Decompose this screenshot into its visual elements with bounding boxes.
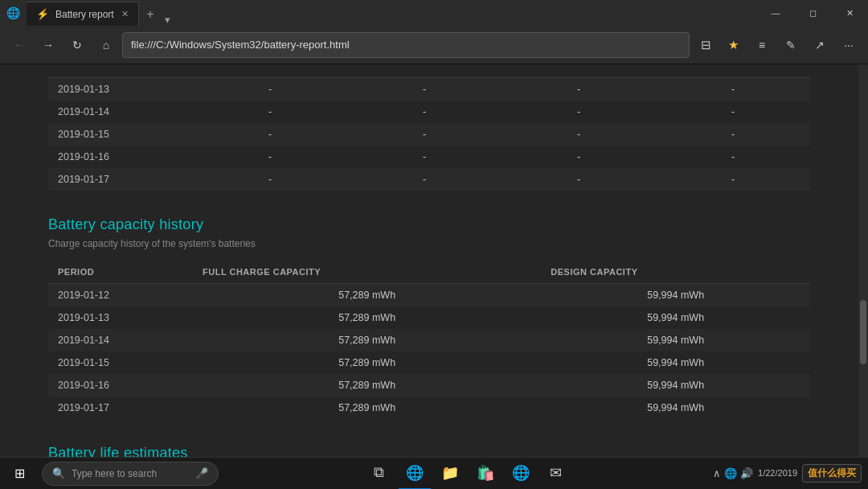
tab-title: Battery report [55, 9, 114, 20]
upper-table-row: 2019-01-15 - - - - [48, 123, 810, 146]
browser-content: 2019-01-13 - - - - 2019-01-14 - - - - 20… [0, 64, 868, 457]
tab-icon: ⚡ [36, 8, 49, 20]
search-placeholder: Type here to search [72, 468, 157, 479]
nav-bar: ← → ↻ ⌂ file:///C:/Windows/System32/batt… [0, 26, 868, 64]
split-view-icon[interactable]: ⊟ [693, 32, 719, 58]
page-content: 2019-01-13 - - - - 2019-01-14 - - - - 20… [0, 64, 858, 457]
cn-badge[interactable]: 值什么得买 [802, 464, 862, 483]
scrollbar-thumb[interactable] [860, 300, 866, 364]
title-bar-left: 🌐 [0, 6, 27, 19]
design-capacity-column-header: DESIGN CAPACITY [541, 261, 810, 284]
capacity-section-subtitle: Charge capacity history of the system's … [48, 238, 810, 249]
favorites-icon[interactable]: ★ [720, 32, 746, 58]
capacity-full-charge-cell: 57,289 mWh [193, 284, 541, 307]
upper-date-cell: 2019-01-16 [48, 146, 193, 168]
taskbar-app-explorer[interactable]: 📁 [434, 458, 466, 490]
capacity-period-cell: 2019-01-17 [48, 397, 193, 419]
taskbar-app-chrome[interactable]: 🌐 [505, 458, 537, 490]
address-bar[interactable]: file:///C:/Windows/System32/battery-repo… [122, 32, 690, 58]
taskbar-clock[interactable]: 1/22/2019 [758, 467, 797, 479]
upper-c3-cell: - [502, 123, 656, 146]
capacity-table-row: 2019-01-13 57,289 mWh 59,994 mWh [48, 306, 810, 329]
upper-c3-cell: - [502, 101, 656, 123]
start-button[interactable]: ⊞ [0, 458, 39, 490]
tab-close-button[interactable]: ✕ [121, 9, 129, 19]
capacity-design-cell: 59,994 mWh [541, 374, 810, 397]
taskbar-app-mail[interactable]: ✉ [540, 458, 572, 490]
taskbar: ⊞ 🔍 Type here to search 🎤 ⧉ 🌐 📁 🛍️ 🌐 ✉ ∧… [0, 457, 868, 489]
taskbar-app-view[interactable]: ⧉ [363, 458, 395, 490]
capacity-full-charge-cell: 57,289 mWh [193, 374, 541, 397]
taskbar-app-store[interactable]: 🛍️ [469, 458, 502, 490]
scrollbar-track[interactable] [858, 64, 868, 457]
upper-c1-cell: - [193, 78, 347, 101]
capacity-full-charge-cell: 57,289 mWh [193, 329, 541, 351]
upper-c1-cell: - [193, 101, 347, 123]
capacity-full-charge-cell: 57,289 mWh [193, 351, 541, 374]
capacity-period-cell: 2019-01-15 [48, 351, 193, 374]
upper-c1-cell: - [193, 168, 347, 191]
back-button[interactable]: ← [6, 32, 32, 58]
search-bar[interactable]: 🔍 Type here to search 🎤 [42, 462, 219, 486]
more-button[interactable]: ··· [836, 32, 862, 58]
capacity-table-row: 2019-01-17 57,289 mWh 59,994 mWh [48, 397, 810, 419]
volume-icon[interactable]: 🔊 [740, 467, 753, 479]
tray-icons: ∧ 🌐 🔊 [713, 467, 753, 479]
upper-table-row: 2019-01-13 - - - - [48, 78, 810, 101]
active-tab[interactable]: ⚡ Battery report ✕ [27, 2, 139, 26]
home-button[interactable]: ⌂ [93, 32, 119, 58]
upper-c2-cell: - [347, 168, 502, 191]
refresh-button[interactable]: ↻ [64, 32, 90, 58]
capacity-period-cell: 2019-01-13 [48, 306, 193, 329]
upper-c4-cell: - [656, 123, 810, 146]
upper-date-cell: 2019-01-17 [48, 168, 193, 191]
upper-table-row: 2019-01-16 - - - - [48, 146, 810, 168]
upper-c3-cell: - [502, 146, 656, 168]
forward-button[interactable]: → [35, 32, 61, 58]
minimize-button[interactable]: — [757, 0, 794, 26]
upper-c3-cell: - [502, 168, 656, 191]
upper-c4-cell: - [656, 78, 810, 101]
capacity-design-cell: 59,994 mWh [541, 397, 810, 419]
life-estimates-section-title: Battery life estimates [48, 445, 810, 457]
upper-c2-cell: - [347, 101, 502, 123]
capacity-table-row: 2019-01-12 57,289 mWh 59,994 mWh [48, 284, 810, 307]
close-button[interactable]: ✕ [831, 0, 868, 26]
upper-table-row: 2019-01-17 - - - - [48, 168, 810, 191]
upper-c2-cell: - [347, 146, 502, 168]
upper-table: 2019-01-13 - - - - 2019-01-14 - - - - 20… [48, 64, 810, 191]
upper-date-cell: 2019-01-13 [48, 78, 193, 101]
capacity-table-row: 2019-01-14 57,289 mWh 59,994 mWh [48, 329, 810, 351]
capacity-table-row: 2019-01-15 57,289 mWh 59,994 mWh [48, 351, 810, 374]
upper-c2-cell: - [347, 78, 502, 101]
share-button[interactable]: ↗ [807, 32, 833, 58]
upper-c4-cell: - [656, 146, 810, 168]
tab-dropdown-button[interactable]: ▾ [162, 14, 174, 26]
capacity-history-table: PERIOD FULL CHARGE CAPACITY DESIGN CAPAC… [48, 261, 810, 419]
upper-c1-cell: - [193, 146, 347, 168]
chevron-up-icon[interactable]: ∧ [713, 467, 721, 479]
pen-button[interactable]: ✎ [778, 32, 804, 58]
mic-icon[interactable]: 🎤 [195, 467, 208, 479]
capacity-period-cell: 2019-01-16 [48, 374, 193, 397]
capacity-design-cell: 59,994 mWh [541, 329, 810, 351]
network-icon[interactable]: 🌐 [724, 467, 737, 479]
maximize-button[interactable]: ◻ [794, 0, 831, 26]
tab-area: ⚡ Battery report ✕ + ▾ [27, 0, 757, 26]
capacity-period-cell: 2019-01-12 [48, 284, 193, 307]
capacity-section-title: Battery capacity history [48, 216, 810, 233]
full-charge-column-header: FULL CHARGE CAPACITY [193, 261, 541, 284]
capacity-design-cell: 59,994 mWh [541, 306, 810, 329]
upper-c4-cell: - [656, 101, 810, 123]
taskbar-app-edge[interactable]: 🌐 [399, 458, 431, 490]
address-bar-actions: ⊟ ★ [693, 32, 746, 58]
hub-button[interactable]: ≡ [749, 32, 775, 58]
capacity-period-cell: 2019-01-14 [48, 329, 193, 351]
browser-icon: 🌐 [6, 6, 20, 19]
upper-c4-cell: - [656, 168, 810, 191]
period-column-header: PERIOD [48, 261, 193, 284]
new-tab-button[interactable]: + [139, 3, 162, 26]
upper-c1-cell: - [193, 123, 347, 146]
capacity-full-charge-cell: 57,289 mWh [193, 397, 541, 419]
capacity-table-row: 2019-01-16 57,289 mWh 59,994 mWh [48, 374, 810, 397]
